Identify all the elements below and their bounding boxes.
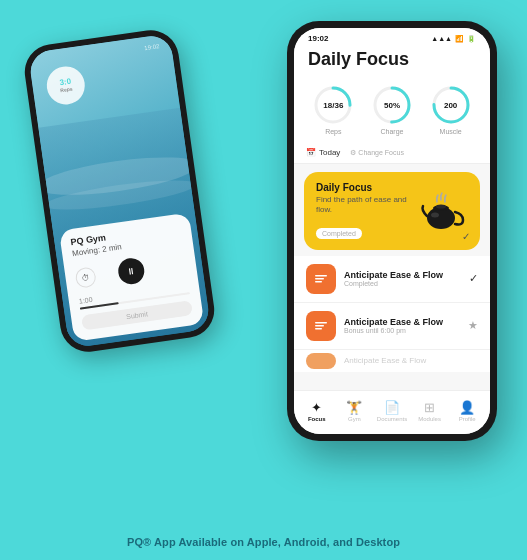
stat-muscle-value: 200 — [444, 101, 457, 110]
svg-rect-11 — [315, 278, 324, 280]
focus-card[interactable]: Daily Focus Find the path of ease and fl… — [304, 172, 480, 250]
list-item-1-title: Anticipate Ease & Flow — [344, 317, 460, 327]
list-item-partial-icon — [306, 353, 336, 369]
list-item-0-icon-box — [306, 264, 336, 294]
list-item-1-text: Anticipate Ease & Flow Bonus until 6:00 … — [344, 317, 460, 334]
focus-card-checkmark: ✓ — [462, 231, 470, 242]
docs-nav-icon: 📄 — [384, 400, 400, 415]
focus-nav-label: Focus — [308, 416, 326, 422]
svg-rect-13 — [315, 322, 327, 324]
front-status-icons: ▲▲▲ 📶 🔋 — [431, 35, 476, 43]
stat-charge-label: Charge — [381, 128, 404, 135]
list-item-partial-text: Anticipate Ease & Flow — [344, 356, 426, 365]
list-item-partial: Anticipate Ease & Flow — [294, 350, 490, 372]
list-item-0-check: ✓ — [469, 272, 478, 285]
focus-nav-icon: ✦ — [311, 400, 322, 415]
front-time: 19:02 — [308, 34, 328, 43]
stat-reps-value: 18/36 — [323, 101, 343, 110]
page-title: Daily Focus — [308, 49, 409, 69]
calendar-icon: 📅 — [306, 148, 316, 157]
change-focus-label: Change Focus — [358, 149, 404, 156]
list-item-1-star: ★ — [468, 319, 478, 332]
profile-nav-icon: 👤 — [459, 400, 475, 415]
back-spacer — [165, 254, 188, 277]
gym-nav-label: Gym — [348, 416, 361, 422]
nav-item-documents[interactable]: 📄 Documents — [373, 400, 411, 422]
svg-rect-14 — [315, 325, 324, 327]
svg-rect-10 — [315, 275, 327, 277]
list-item-0-sub: Completed — [344, 280, 461, 287]
svg-rect-12 — [315, 281, 322, 283]
stat-muscle-circle: 200 — [430, 84, 472, 126]
modules-nav-icon: ⊞ — [424, 400, 435, 415]
focus-card-illustration — [413, 182, 468, 237]
signal-icon: ▲▲▲ — [431, 35, 452, 42]
stat-charge-value: 50% — [384, 101, 400, 110]
today-label: Today — [319, 148, 340, 157]
caption-text: PQ® App Available on Apple, Android, and… — [127, 536, 400, 548]
front-header: Daily Focus — [294, 45, 490, 78]
change-focus-filter[interactable]: ⚙ Change Focus — [350, 149, 404, 157]
bottom-nav: ✦ Focus 🏋 Gym 📄 Documents ⊞ Modules 👤 — [294, 390, 490, 434]
nav-item-gym[interactable]: 🏋 Gym — [336, 400, 374, 422]
list-item-1[interactable]: Anticipate Ease & Flow Bonus until 6:00 … — [294, 303, 490, 350]
stat-charge: 50% Charge — [371, 84, 413, 135]
nav-item-profile[interactable]: 👤 Profile — [448, 400, 486, 422]
stat-reps-circle: 18/36 — [312, 84, 354, 126]
list-item-0[interactable]: Anticipate Ease & Flow Completed ✓ — [294, 256, 490, 303]
scene: 19:02 3:0 Reps PQ Gym Moving: 2 min ⏱ ⏸ … — [0, 6, 527, 536]
nav-item-modules[interactable]: ⊞ Modules — [411, 400, 449, 422]
stats-row: 18/36 Reps 50% Charge — [294, 78, 490, 143]
svg-rect-15 — [315, 328, 322, 330]
focus-card-title: Daily Focus — [316, 182, 413, 193]
back-phone: 19:02 3:0 Reps PQ Gym Moving: 2 min ⏱ ⏸ … — [21, 27, 218, 356]
front-status-bar: 19:02 ▲▲▲ 📶 🔋 — [294, 28, 490, 45]
svg-point-9 — [431, 213, 439, 218]
stat-reps: 18/36 Reps — [312, 84, 354, 135]
filter-row: 📅 Today ⚙ Change Focus — [294, 143, 490, 164]
battery-icon: 🔋 — [467, 35, 476, 43]
back-timer-label: Reps — [60, 86, 73, 93]
focus-card-content: Daily Focus Find the path of ease and fl… — [316, 182, 413, 240]
svg-point-8 — [436, 205, 446, 209]
list-item-0-text: Anticipate Ease & Flow Completed — [344, 270, 461, 287]
app-caption: PQ® App Available on Apple, Android, and… — [127, 536, 400, 554]
back-timer-btn[interactable]: ⏱ — [74, 266, 97, 289]
today-filter[interactable]: 📅 Today — [306, 148, 340, 157]
profile-nav-label: Profile — [459, 416, 476, 422]
gym-nav-icon: 🏋 — [346, 400, 362, 415]
stat-muscle: 200 Muscle — [430, 84, 472, 135]
stat-muscle-label: Muscle — [440, 128, 462, 135]
focus-card-subtitle: Find the path of ease and flow. — [316, 195, 413, 216]
docs-nav-label: Documents — [377, 416, 407, 422]
wifi-icon: 📶 — [455, 35, 464, 43]
list-item-1-sub: Bonus until 6:00 pm — [344, 327, 460, 334]
list-item-1-icon-box — [306, 311, 336, 341]
back-pause-button[interactable]: ⏸ — [116, 257, 145, 286]
list-item-0-title: Anticipate Ease & Flow — [344, 270, 461, 280]
stat-reps-label: Reps — [325, 128, 341, 135]
modules-nav-label: Modules — [418, 416, 441, 422]
gear-icon: ⚙ — [350, 149, 356, 157]
stat-charge-circle: 50% — [371, 84, 413, 126]
focus-completed-badge: Completed — [316, 228, 362, 239]
nav-item-focus[interactable]: ✦ Focus — [298, 400, 336, 422]
front-phone: 19:02 ▲▲▲ 📶 🔋 Daily Focus — [287, 21, 497, 441]
